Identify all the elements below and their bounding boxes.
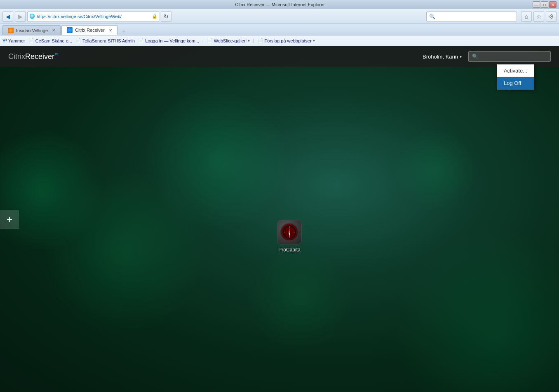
lock-icon: 🔒: [152, 14, 157, 19]
citrix-main-area: CitrixReceiver™ Broholm, Karin ▾ 🔍 Activ…: [0, 46, 559, 392]
webslice-dropdown-icon[interactable]: ▾: [248, 38, 250, 43]
add-apps-button[interactable]: +: [0, 210, 19, 229]
bokeh-4: [394, 227, 559, 392]
tab-icon-insidan: [8, 28, 14, 33]
procapita-label: ProCapita: [278, 247, 300, 253]
fav-cesam[interactable]: 📄 CeSam Skåne e...: [28, 38, 72, 43]
citrix-logo: CitrixReceiver™: [8, 52, 59, 61]
add-icon: +: [7, 214, 12, 225]
address-text: https://citrix.vellinge.se/Citrix/Vellin…: [37, 14, 150, 19]
tabs-bar: Insidan Vellinge ✕ Citrix Receiver ✕ +: [0, 24, 559, 35]
user-menu-button[interactable]: Broholm, Karin ▾: [423, 54, 462, 60]
refresh-button[interactable]: ↻: [161, 11, 171, 22]
bokeh-1: [0, 129, 103, 252]
bokeh-3: [144, 87, 289, 232]
tab-close-insidan[interactable]: ✕: [52, 28, 55, 33]
compass-svg: [282, 224, 297, 240]
fav-forslag[interactable]: 📄 Förslag på webbplatser ▾: [258, 38, 315, 43]
citrix-header: CitrixReceiver™ Broholm, Karin ▾ 🔍: [0, 46, 559, 67]
search-box[interactable]: 🔍: [468, 51, 551, 62]
yammer-icon: Y²: [2, 38, 7, 43]
tab-close-citrix[interactable]: ✕: [109, 28, 112, 33]
webslice-icon: 📄: [207, 38, 213, 43]
fav-divider-1: |: [202, 38, 204, 43]
fav-teliasonera-label: TeliaSonera SITHS Admin: [82, 38, 135, 43]
favorites-bar: Y² Yammer 📄 CeSam Skåne e... 📄 TeliaSone…: [0, 35, 559, 46]
forward-button[interactable]: ▶: [15, 11, 26, 22]
tab-label-insidan: Insidan Vellinge: [16, 28, 48, 33]
fav-logga-label: Logga in — Vellinge kom...: [145, 38, 199, 43]
back-button[interactable]: ◀: [2, 11, 13, 22]
fav-yammer[interactable]: Y² Yammer: [2, 38, 25, 43]
address-bar[interactable]: 🌐 https://citrix.vellinge.se/Citrix/Vell…: [27, 12, 159, 21]
procapita-app-icon[interactable]: ProCapita: [277, 220, 302, 253]
svg-point-8: [289, 231, 290, 233]
nav-search-icon: 🔍: [429, 14, 435, 19]
header-right: Broholm, Karin ▾ 🔍: [423, 51, 551, 62]
minimize-button[interactable]: —: [533, 1, 540, 8]
logoff-menu-item[interactable]: Log Off: [497, 77, 534, 89]
fav-logga-in[interactable]: 📄 Logga in — Vellinge kom...: [138, 38, 199, 43]
bokeh-5: [394, 129, 477, 211]
fav-teliasonera[interactable]: 📄 TeliaSonera SITHS Admin: [75, 38, 135, 43]
fav-forslag-label: Förslag på webbplatser: [265, 38, 312, 43]
close-button[interactable]: ✕: [549, 1, 557, 8]
favorites-button[interactable]: ☆: [533, 11, 544, 22]
tools-button[interactable]: ⚙: [546, 11, 557, 22]
search-icon: 🔍: [472, 54, 478, 59]
new-tab-button[interactable]: +: [120, 27, 128, 35]
maximize-button[interactable]: □: [541, 1, 548, 8]
navigation-bar: ◀ ▶ 🌐 https://citrix.vellinge.se/Citrix/…: [0, 9, 559, 24]
window-title: Citrix Receiver — Microsoft Internet Exp…: [27, 2, 533, 7]
forslag-dropdown-icon[interactable]: ▾: [313, 38, 315, 43]
tab-icon-citrix: [67, 27, 73, 33]
tab-insidan-vellinge[interactable]: Insidan Vellinge ✕: [2, 25, 61, 35]
forslag-icon: 📄: [258, 38, 263, 43]
user-dropdown-menu: Activate... Log Off: [497, 64, 534, 89]
fav-webslice[interactable]: 📄 WebSlice-galleri ▾: [207, 38, 250, 43]
tab-citrix-receiver[interactable]: Citrix Receiver ✕: [61, 25, 117, 35]
bokeh-2: [41, 170, 206, 335]
fav-yammer-label: Yammer: [8, 38, 25, 43]
bokeh-6: [247, 248, 350, 351]
procapita-icon-inner: [280, 223, 298, 241]
cesam-icon: 📄: [28, 38, 34, 43]
user-chevron-icon: ▾: [460, 54, 462, 59]
logga-icon: 📄: [138, 38, 144, 43]
title-bar: Citrix Receiver — Microsoft Internet Exp…: [0, 0, 559, 9]
procapita-icon-image: [277, 220, 302, 244]
fav-cesam-label: CeSam Skåne e...: [35, 38, 72, 43]
window-controls: — □ ✕: [533, 1, 557, 8]
home-button[interactable]: ⌂: [521, 11, 532, 22]
activate-menu-item[interactable]: Activate...: [497, 65, 534, 77]
user-name: Broholm, Karin: [423, 54, 458, 60]
fav-webslice-label: WebSlice-galleri: [214, 38, 247, 43]
tab-label-citrix: Citrix Receiver: [75, 28, 105, 33]
fav-divider-2: |: [253, 38, 254, 43]
teliasonera-icon: 📄: [75, 38, 81, 43]
browser-icon: 🌐: [29, 14, 35, 19]
